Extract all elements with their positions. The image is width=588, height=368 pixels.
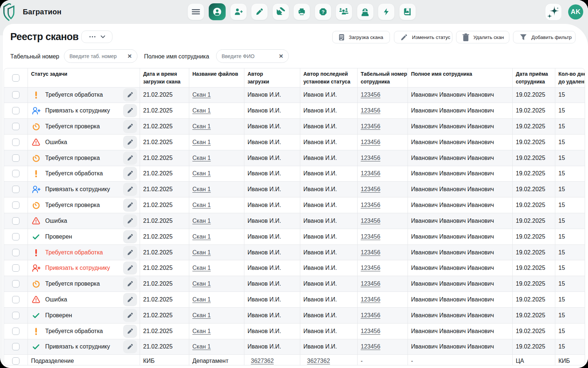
svg-text:?: ? — [321, 9, 324, 15]
